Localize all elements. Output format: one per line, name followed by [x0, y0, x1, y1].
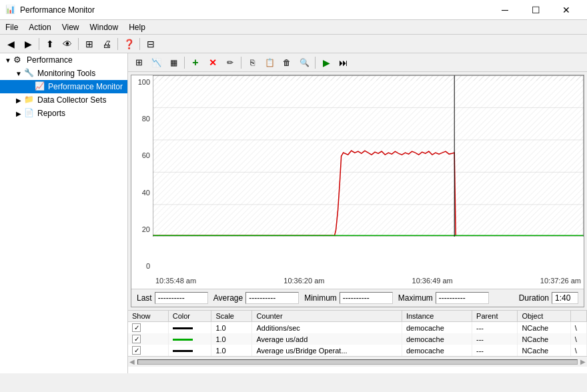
sidebar-item-performance-monitor[interactable]: 📈 Performance Monitor: [0, 80, 127, 93]
forward-button[interactable]: ▶: [20, 37, 36, 51]
menu-file[interactable]: File: [0, 21, 23, 33]
app-icon: 📊: [5, 5, 16, 15]
counter-table-wrap: Show Color Scale Counter Instance Parent…: [128, 310, 587, 373]
clear-display-btn[interactable]: 🗑: [279, 55, 295, 70]
table-row[interactable]: ✓1.0Average us/adddemocache---NCache\: [128, 333, 587, 345]
table-row[interactable]: ✓1.0Additions/secdemocache---NCache\: [128, 322, 587, 334]
monitoring-tools-icon: 🔧: [24, 68, 35, 79]
menu-window[interactable]: Window: [85, 21, 124, 33]
cell-color: [168, 322, 211, 334]
y-label-0: 0: [146, 262, 150, 270]
duration-value: 1:40: [552, 292, 578, 304]
average-label: Average: [213, 293, 243, 303]
sidebar-item-reports[interactable]: ▶ 📄 Reports: [0, 107, 127, 120]
minimize-button[interactable]: ─: [490, 0, 520, 20]
y-label-20: 20: [142, 225, 150, 233]
add-counter-btn[interactable]: +: [187, 55, 203, 70]
menu-action[interactable]: Action: [23, 21, 56, 33]
cell-instance: democache: [402, 322, 472, 334]
expander-reports[interactable]: ▶: [13, 108, 24, 119]
cell-parent: ---: [472, 322, 518, 334]
horizontal-scrollbar[interactable]: ◀ ▶: [128, 356, 587, 367]
cell-instance: democache: [402, 333, 472, 345]
col-object: Object: [518, 311, 570, 322]
toolbar-separator: [39, 38, 39, 50]
sidebar-item-monitoring-tools[interactable]: ▼ 🔧 Monitoring Tools: [0, 67, 127, 80]
monitoring-tools-label: Monitoring Tools: [37, 69, 95, 78]
cell-extra: \: [570, 322, 586, 334]
performance-icon: ⚙: [13, 55, 24, 65]
properties-button[interactable]: ⊞: [81, 37, 97, 51]
expander-perf-monitor: [24, 81, 35, 92]
table-header-row: Show Color Scale Counter Instance Parent…: [128, 311, 587, 322]
duration-stat: Duration 1:40: [519, 292, 578, 304]
expander-performance[interactable]: ▼: [3, 55, 13, 65]
scroll-indicator: ◀: [129, 358, 135, 365]
cell-counter: Additions/sec: [252, 322, 402, 334]
col-extra: [570, 311, 586, 322]
zoom-btn[interactable]: 🔍: [296, 55, 312, 70]
y-axis-labels: 100 80 60 40 20 0: [131, 75, 153, 273]
help-button[interactable]: ❓: [121, 37, 137, 51]
copy-data-btn[interactable]: ⎘: [244, 55, 260, 70]
maximum-stat: Maximum ----------: [398, 292, 489, 304]
back-button[interactable]: ◀: [3, 37, 19, 51]
menu-bar: File Action View Window Help: [0, 20, 587, 35]
paste-data-btn[interactable]: 📋: [261, 55, 277, 70]
average-stat: Average ----------: [213, 292, 299, 304]
maximize-button[interactable]: ☐: [520, 0, 551, 20]
sidebar-item-performance[interactable]: ▼ ⚙ Performance: [0, 53, 127, 67]
cell-counter: Average us/add: [252, 333, 402, 345]
print-button[interactable]: 🖨: [99, 37, 115, 51]
sidebar-item-data-collector-sets[interactable]: ▶ 📁 Data Collector Sets: [0, 93, 127, 107]
cell-color: [168, 333, 211, 345]
x-label-3: 10:36:49 am: [412, 277, 453, 285]
view-options-btn[interactable]: ▦: [165, 55, 181, 70]
svg-rect-2: [153, 75, 584, 237]
minimum-label: Minimum: [304, 293, 337, 303]
col-scale: Scale: [211, 311, 252, 322]
stats-bar: Last ---------- Average ---------- Minim…: [131, 289, 584, 307]
show-hide-button[interactable]: 👁: [59, 37, 75, 51]
y-label-60: 60: [142, 151, 150, 159]
cell-instance: democache: [402, 345, 472, 356]
reports-icon: 📄: [24, 108, 35, 119]
show-checkbox[interactable]: ✓: [132, 346, 141, 355]
close-button[interactable]: ✕: [551, 0, 582, 20]
data-collector-sets-icon: 📁: [24, 95, 35, 105]
chart-svg: [153, 75, 584, 237]
play-btn[interactable]: ▶: [318, 55, 334, 70]
counter-table: Show Color Scale Counter Instance Parent…: [128, 311, 587, 356]
table-row[interactable]: ✓1.0Average us/Bridge Operat...democache…: [128, 345, 587, 356]
expander-monitoring-tools[interactable]: ▼: [13, 68, 24, 79]
content-area: ⊞ 📉 ▦ + ✕ ✏ ⎘ 📋 🗑 🔍 ▶ ⏭ 100 80 60: [128, 53, 587, 373]
toolbar-separator-2: [78, 38, 79, 50]
minimum-stat: Minimum ----------: [304, 292, 393, 304]
toolbar2: ⊞ 📉 ▦ + ✕ ✏ ⎘ 📋 🗑 🔍 ▶ ⏭: [128, 53, 587, 72]
stop-btn[interactable]: ⏭: [336, 55, 352, 70]
x-label-4: 10:37:26 am: [540, 277, 581, 285]
cell-show: ✓: [128, 322, 168, 334]
color-line: [173, 327, 193, 329]
cell-parent: ---: [472, 333, 518, 345]
show-checkbox[interactable]: ✓: [132, 335, 141, 343]
main-layout: ▼ ⚙ Performance ▼ 🔧 Monitoring Tools 📈 P…: [0, 53, 587, 373]
title-bar: 📊 Performance Monitor ─ ☐ ✕: [0, 0, 587, 20]
menu-view[interactable]: View: [57, 21, 85, 33]
delete-counter-btn[interactable]: ✕: [205, 55, 221, 70]
cell-scale: 1.0: [211, 333, 252, 345]
up-button[interactable]: ⬆: [42, 37, 58, 51]
cell-show: ✓: [128, 333, 168, 345]
maximum-value: ----------: [436, 292, 489, 304]
cell-color: [168, 345, 211, 356]
cell-scale: 1.0: [211, 322, 252, 334]
menu-help[interactable]: Help: [123, 21, 151, 33]
show-checkbox[interactable]: ✓: [132, 323, 141, 332]
highlight-btn[interactable]: ✏: [222, 55, 238, 70]
cell-extra: \: [570, 333, 586, 345]
view-graph-btn[interactable]: 📉: [148, 55, 164, 70]
details-button[interactable]: ⊟: [143, 37, 159, 51]
chart-area: 100 80 60 40 20 0: [131, 75, 584, 289]
expander-dcs[interactable]: ▶: [13, 95, 24, 105]
counter-log-btn[interactable]: ⊞: [131, 55, 147, 70]
